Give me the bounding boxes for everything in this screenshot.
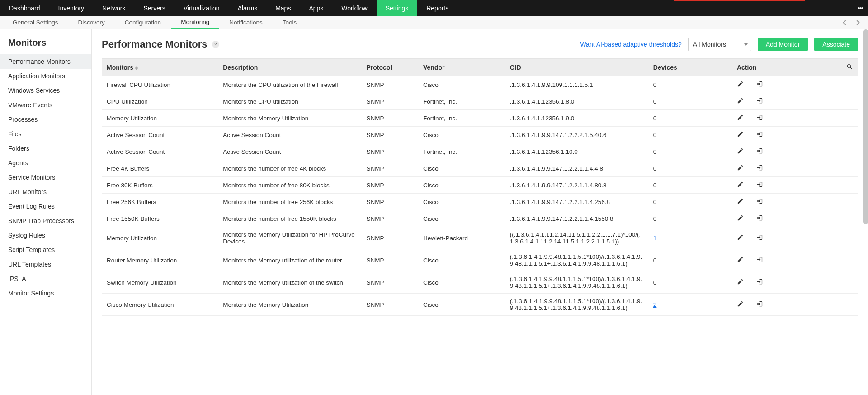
sidebar-item-folders[interactable]: Folders: [0, 141, 91, 156]
col-protocol[interactable]: Protocol: [362, 59, 419, 76]
subnav-configuration[interactable]: Configuration: [115, 16, 171, 29]
col-oid[interactable]: OID: [505, 59, 649, 76]
col-devices[interactable]: Devices: [649, 59, 732, 76]
export-icon[interactable]: [756, 164, 763, 172]
filter-select[interactable]: All Monitors: [688, 38, 751, 51]
cell-devices: 0: [649, 143, 732, 160]
device-count-link[interactable]: 2: [653, 301, 657, 308]
subnav-prev-icon[interactable]: [843, 20, 848, 25]
sidebar-item-application-monitors[interactable]: Application Monitors: [0, 69, 91, 83]
search-icon[interactable]: [846, 64, 853, 71]
nav-virtualization[interactable]: Virtualization: [175, 0, 229, 16]
cell-desc: Active Session Count: [218, 127, 362, 143]
export-icon[interactable]: [756, 97, 763, 105]
sidebar-item-agents[interactable]: Agents: [0, 156, 91, 170]
nav-dashboard[interactable]: Dashboard: [0, 0, 49, 16]
sidebar-item-syslog-rules[interactable]: Syslog Rules: [0, 228, 91, 243]
subnav-general-settings[interactable]: General Settings: [3, 16, 68, 29]
export-icon[interactable]: [756, 256, 763, 264]
cell-name: Router Memory Utilization: [102, 249, 219, 271]
page-title: Performance Monitors: [102, 38, 208, 50]
nav-alarms[interactable]: Alarms: [229, 0, 267, 16]
associate-button[interactable]: Associate: [814, 38, 858, 51]
device-count-link[interactable]: 1: [653, 235, 657, 242]
sidebar-item-files[interactable]: Files: [0, 127, 91, 141]
add-monitor-button[interactable]: Add Monitor: [758, 38, 808, 51]
sidebar-item-windows-services[interactable]: Windows Services: [0, 83, 91, 98]
nav-servers[interactable]: Servers: [134, 0, 174, 16]
sidebar-item-snmp-trap-processors[interactable]: SNMP Trap Processors: [0, 214, 91, 228]
cell-oid: .1.3.6.1.4.1.9.9.147.1.2.2.1.1.4.256.8: [505, 194, 649, 210]
subnav-notifications[interactable]: Notifications: [219, 16, 273, 29]
ai-thresholds-link[interactable]: Want AI-based adaptive thresholds?: [580, 41, 681, 48]
export-icon[interactable]: [756, 148, 763, 156]
edit-icon[interactable]: [737, 164, 744, 172]
cell-devices: 0: [649, 271, 732, 294]
edit-icon[interactable]: [737, 300, 744, 309]
table-row: Free 4K BuffersMonitors the number of fr…: [102, 160, 858, 177]
edit-icon[interactable]: [737, 81, 744, 89]
export-icon[interactable]: [756, 114, 763, 122]
edit-icon[interactable]: [737, 256, 744, 264]
cell-name: Free 80K Buffers: [102, 177, 219, 194]
sidebar-item-processes[interactable]: Processes: [0, 112, 91, 127]
kebab-menu-icon[interactable]: [852, 0, 868, 16]
cell-proto: SNMP: [362, 210, 419, 227]
sidebar-item-url-templates[interactable]: URL Templates: [0, 257, 91, 271]
col-vendor[interactable]: Vendor: [419, 59, 505, 76]
nav-workflow[interactable]: Workflow: [332, 0, 376, 16]
edit-icon[interactable]: [737, 131, 744, 139]
export-icon[interactable]: [756, 198, 763, 206]
cell-desc: Monitors the CPU utilization: [218, 93, 362, 110]
table-row: Active Session CountActive Session Count…: [102, 143, 858, 160]
sidebar-item-ipsla[interactable]: IPSLA: [0, 271, 91, 286]
cell-desc: Monitors the number of free 1550K blocks: [218, 210, 362, 227]
edit-icon[interactable]: [737, 148, 744, 156]
subnav-tools[interactable]: Tools: [273, 16, 307, 29]
export-icon[interactable]: [756, 81, 763, 89]
nav-maps[interactable]: Maps: [266, 0, 300, 16]
sidebar-item-event-log-rules[interactable]: Event Log Rules: [0, 199, 91, 214]
edit-icon[interactable]: [737, 198, 744, 206]
nav-inventory[interactable]: Inventory: [49, 0, 94, 16]
col-monitors[interactable]: Monitors: [102, 59, 219, 76]
sidebar-item-service-monitors[interactable]: Service Monitors: [0, 170, 91, 185]
edit-icon[interactable]: [737, 181, 744, 189]
cell-proto: SNMP: [362, 271, 419, 294]
sidebar-item-vmware-events[interactable]: VMware Events: [0, 98, 91, 112]
col-action[interactable]: Action: [732, 59, 834, 76]
cell-vendor: Cisco: [419, 160, 505, 177]
edit-icon[interactable]: [737, 97, 744, 105]
sidebar-item-monitor-settings[interactable]: Monitor Settings: [0, 286, 91, 300]
export-icon[interactable]: [756, 181, 763, 189]
subnav-monitoring[interactable]: Monitoring: [171, 16, 219, 29]
cell-oid: .1.3.6.1.4.1.9.9.147.1.2.2.1.1.4.4.8: [505, 160, 649, 177]
col-description[interactable]: Description: [218, 59, 362, 76]
export-icon[interactable]: [756, 278, 763, 286]
sidebar-item-url-monitors[interactable]: URL Monitors: [0, 185, 91, 199]
content-area: Performance Monitors ? Want AI-based ada…: [92, 29, 868, 395]
export-icon[interactable]: [756, 234, 763, 242]
edit-icon[interactable]: [737, 114, 744, 122]
nav-apps[interactable]: Apps: [300, 0, 332, 16]
monitors-table: Monitors Description Protocol Vendor OID…: [102, 58, 858, 316]
scrollbar-thumb[interactable]: [863, 29, 868, 224]
sidebar-item-performance-monitors[interactable]: Performance Monitors: [0, 54, 91, 69]
export-icon[interactable]: [756, 131, 763, 139]
edit-icon[interactable]: [737, 278, 744, 286]
export-icon[interactable]: [756, 300, 763, 309]
export-icon[interactable]: [756, 214, 763, 223]
cell-oid: .1.3.6.1.4.1.12356.1.9.0: [505, 110, 649, 127]
edit-icon[interactable]: [737, 234, 744, 242]
sidebar-item-script-templates[interactable]: Script Templates: [0, 243, 91, 257]
nav-network[interactable]: Network: [93, 0, 134, 16]
help-icon[interactable]: ?: [212, 41, 219, 48]
col-search[interactable]: [834, 59, 858, 76]
subnav-discovery[interactable]: Discovery: [68, 16, 115, 29]
nav-settings[interactable]: Settings: [377, 0, 418, 16]
cell-desc: Monitors the number of free 4K blocks: [218, 160, 362, 177]
cell-vendor: Hewlett-Packard: [419, 227, 505, 249]
edit-icon[interactable]: [737, 214, 744, 223]
nav-reports[interactable]: Reports: [417, 0, 458, 16]
subnav-next-icon[interactable]: [854, 20, 859, 25]
